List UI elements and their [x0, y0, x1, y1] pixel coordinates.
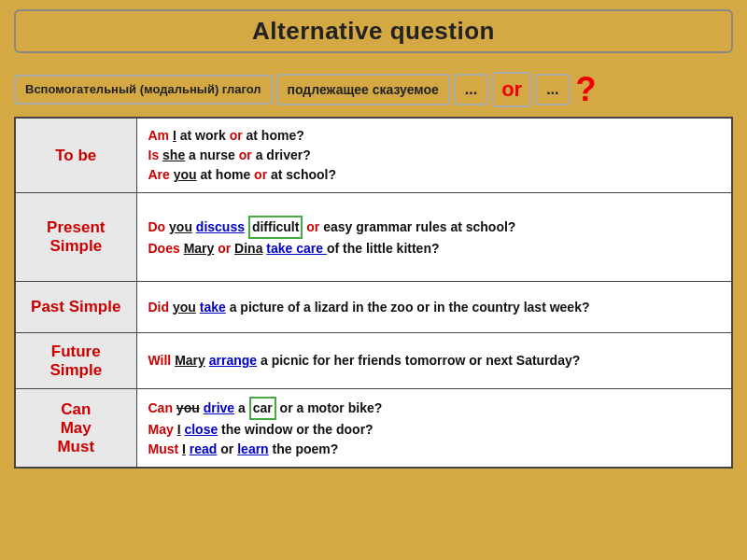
row-future: FutureSimple Will Mary arrange a picnic … — [15, 333, 732, 389]
right-cell-modals: Can you drive a car or a motor bike? May… — [136, 389, 732, 469]
left-cell-tobe: To be — [15, 118, 136, 193]
past-ex1: Did you take a picture of a lizard in th… — [148, 300, 590, 315]
question-mark: ? — [576, 70, 597, 109]
dots2: ... — [535, 74, 570, 105]
dots1: ... — [454, 74, 488, 105]
modals-ex3: Must I read or learn the poem? — [148, 441, 339, 456]
right-cell-past: Did you take a picture of a lizard in th… — [136, 282, 732, 333]
left-cell-present: PresentSimple — [15, 193, 136, 282]
right-cell-future: Will Mary arrange a picnic for her frien… — [136, 333, 732, 389]
header-row: Вспомогательный (модальный) глагол подле… — [14, 70, 733, 109]
present-label: PresentSimple — [47, 218, 105, 255]
page-title: Alternative question — [35, 17, 712, 46]
present-ex1: Do you discuss difficult or easy grammar… — [148, 219, 516, 234]
row-present: PresentSimple Do you discuss difficult o… — [15, 193, 732, 282]
row-modals: CanMayMust Can you drive a car or a moto… — [15, 389, 732, 469]
left-cell-past: Past Simple — [15, 282, 136, 333]
row-past: Past Simple Did you take a picture of a … — [15, 282, 732, 333]
aux-am: Am — [148, 128, 170, 143]
title-box: Alternative question — [14, 9, 733, 53]
or-label: or — [492, 72, 531, 107]
row-tobe: To be Am I at work or at home? Is she a … — [15, 118, 732, 193]
tobe-ex1: Am I at work or at home? — [148, 128, 304, 143]
main-table: To be Am I at work or at home? Is she a … — [14, 117, 733, 469]
tobe-ex3: Are you at home or at school? — [148, 167, 337, 182]
present-ex2: Does Mary or Dina take care of the littl… — [148, 241, 440, 256]
right-cell-present: Do you discuss difficult or easy grammar… — [136, 193, 732, 282]
subject-label: подлежащее сказуемое — [276, 74, 450, 105]
aux-label: Вспомогательный (модальный) глагол — [14, 75, 273, 105]
future-label: FutureSimple — [49, 343, 102, 379]
modals-label: CanMayMust — [57, 400, 94, 455]
future-ex1: Will Mary arrange a picnic for her frien… — [148, 353, 581, 368]
left-cell-future: FutureSimple — [15, 333, 136, 389]
right-cell-tobe: Am I at work or at home? Is she a nurse … — [136, 118, 732, 193]
modals-ex1: Can you drive a car or a motor bike? — [148, 400, 383, 415]
left-cell-modals: CanMayMust — [15, 389, 136, 469]
tobe-label: To be — [55, 147, 96, 164]
page-container: Alternative question Вспомогательный (мо… — [0, 0, 747, 560]
tobe-ex2: Is she a nurse or a driver? — [148, 147, 311, 162]
past-label: Past Simple — [31, 298, 120, 315]
modals-ex2: May I close the window or the door? — [148, 422, 374, 437]
